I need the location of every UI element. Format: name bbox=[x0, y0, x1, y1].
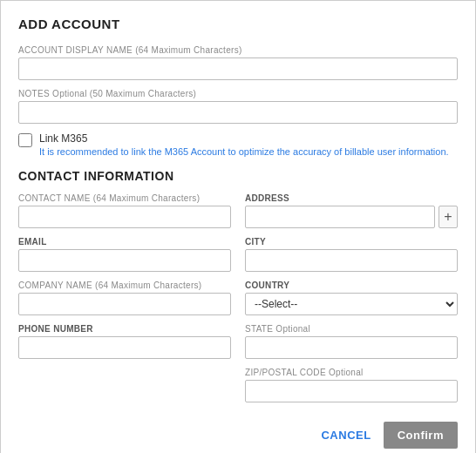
state-input[interactable] bbox=[245, 336, 458, 359]
cancel-button[interactable]: CANCEL bbox=[309, 422, 383, 449]
notes-input[interactable] bbox=[18, 101, 458, 124]
email-group: EMAIL bbox=[18, 237, 231, 272]
contact-row-5: ZIP/POSTAL CODE Optional bbox=[18, 368, 458, 411]
phone-input[interactable] bbox=[18, 336, 231, 359]
account-display-name-label: ACCOUNT DISPLAY NAME (64 Maximum Charact… bbox=[18, 45, 458, 55]
contact-row-3: COMPANY NAME (64 Maximum Characters) COU… bbox=[18, 281, 458, 324]
notes-label: NOTES Optional (50 Maximum Characters) bbox=[18, 89, 458, 98]
account-display-name-input[interactable] bbox=[18, 57, 458, 80]
phone-label: PHONE NUMBER bbox=[18, 324, 231, 334]
country-select[interactable]: --Select-- bbox=[245, 293, 458, 315]
company-name-label: COMPANY NAME (64 Maximum Characters) bbox=[18, 281, 231, 290]
country-group: COUNTRY --Select-- bbox=[245, 281, 458, 315]
dialog-footer: CANCEL Confirm bbox=[18, 411, 458, 453]
phone-group: PHONE NUMBER bbox=[18, 324, 231, 359]
city-input[interactable] bbox=[245, 249, 458, 272]
company-name-input[interactable] bbox=[18, 293, 231, 315]
contact-name-label: CONTACT NAME (64 Maximum Characters) bbox=[18, 193, 231, 203]
contact-name-group: CONTACT NAME (64 Maximum Characters) bbox=[18, 193, 231, 228]
company-name-group: COMPANY NAME (64 Maximum Characters) bbox=[18, 281, 231, 315]
add-address-button[interactable]: + bbox=[439, 206, 458, 228]
link-m365-description: It is recommended to link the M365 Accou… bbox=[39, 146, 449, 157]
confirm-button[interactable]: Confirm bbox=[384, 422, 458, 449]
dialog-title: ADD ACCOUNT bbox=[18, 17, 458, 31]
email-label: EMAIL bbox=[18, 237, 231, 247]
link-m365-checkbox[interactable] bbox=[18, 133, 32, 147]
zip-label: ZIP/POSTAL CODE Optional bbox=[245, 368, 458, 377]
add-account-dialog: ADD ACCOUNT ACCOUNT DISPLAY NAME (64 Max… bbox=[0, 0, 476, 453]
contact-row-1: CONTACT NAME (64 Maximum Characters) ADD… bbox=[18, 193, 458, 237]
address-group: ADDRESS + bbox=[245, 193, 458, 228]
contact-row-2: EMAIL CITY bbox=[18, 237, 458, 281]
state-group: STATE Optional bbox=[245, 324, 458, 359]
zip-group: ZIP/POSTAL CODE Optional bbox=[245, 368, 458, 402]
contact-section-title: CONTACT INFORMATION bbox=[18, 169, 458, 183]
address-input[interactable] bbox=[245, 206, 435, 228]
notes-group: NOTES Optional (50 Maximum Characters) bbox=[18, 89, 458, 124]
account-display-name-group: ACCOUNT DISPLAY NAME (64 Maximum Charact… bbox=[18, 45, 458, 80]
address-label: ADDRESS bbox=[245, 193, 458, 203]
link-m365-label: Link M365 bbox=[39, 132, 449, 145]
zip-input[interactable] bbox=[245, 380, 458, 402]
link-m365-row: Link M365 It is recommended to link the … bbox=[18, 132, 458, 157]
email-input[interactable] bbox=[18, 249, 231, 272]
country-label: COUNTRY bbox=[245, 281, 458, 290]
contact-name-input[interactable] bbox=[18, 206, 231, 228]
contact-row-4: PHONE NUMBER STATE Optional bbox=[18, 324, 458, 368]
city-label: CITY bbox=[245, 237, 458, 247]
city-group: CITY bbox=[245, 237, 458, 272]
state-label: STATE Optional bbox=[245, 324, 458, 334]
